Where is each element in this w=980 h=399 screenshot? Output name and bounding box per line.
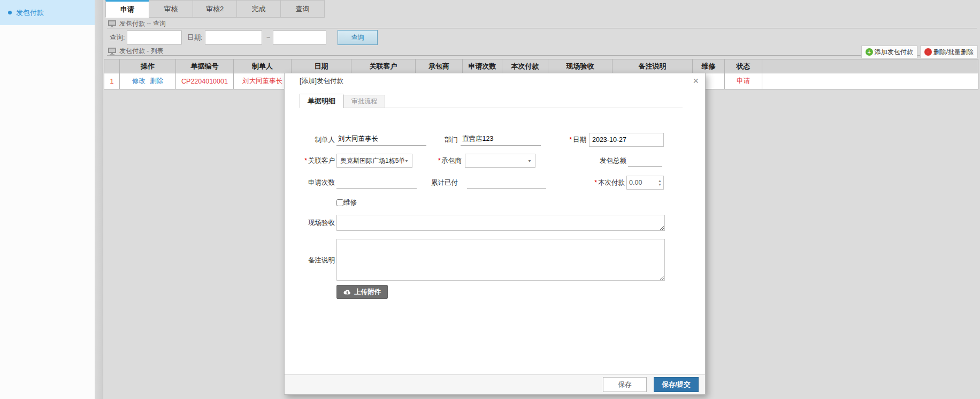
- delete-link[interactable]: 删除: [150, 77, 163, 85]
- dialog-form: 制单人 部门 *日期 *关联客户 奥克斯国际广场1栋5单 ▼ *承包商 ▼: [285, 133, 705, 299]
- monitor-icon: [108, 20, 116, 27]
- dialog-footer: 保存 保存/提交: [285, 374, 705, 394]
- close-icon[interactable]: ×: [693, 76, 699, 86]
- spinner-down-icon[interactable]: ▼: [658, 183, 662, 186]
- date-field[interactable]: [589, 133, 664, 147]
- app-window: 发包付款 申请 审核 审核2 完成 查询 发包付款 -- 查询 查询: 日期: …: [0, 0, 980, 399]
- col-extra: [762, 59, 978, 73]
- customer-label: *关联客户: [285, 154, 335, 168]
- remark-textarea[interactable]: [336, 239, 665, 281]
- spinner-up-icon[interactable]: ▲: [658, 179, 662, 183]
- add-payment-label: 添加发包付款: [875, 48, 913, 57]
- col-customer: 关联客户: [351, 59, 416, 73]
- total-label: 发包总额: [576, 154, 626, 168]
- add-payment-button[interactable]: + 添加发包付款: [861, 46, 917, 58]
- list-section-title-text: 发包付款 - 列表: [119, 47, 164, 56]
- sidebar: 发包付款: [0, 0, 95, 399]
- monitor-icon: [108, 48, 116, 55]
- acceptance-textarea[interactable]: [336, 215, 665, 231]
- tab-approval-flow[interactable]: 审批流程: [343, 95, 385, 108]
- col-contractor: 承包商: [416, 59, 463, 73]
- row-operation: 修改删除: [120, 73, 176, 89]
- col-creator: 制单人: [234, 59, 292, 73]
- date-from-input[interactable]: [205, 31, 262, 44]
- date-range-tilde: ~: [266, 31, 270, 44]
- tab-query[interactable]: 查询: [281, 0, 325, 18]
- contractor-select[interactable]: ▼: [465, 154, 535, 168]
- row-index: 1: [104, 73, 120, 89]
- query-section-title-text: 发包付款 -- 查询: [119, 19, 166, 28]
- row-status: 申请: [725, 73, 762, 89]
- contractor-label: *承包商: [411, 154, 462, 168]
- tab-apply[interactable]: 申请: [105, 0, 149, 18]
- col-doc-no: 单据编号: [176, 59, 234, 73]
- col-apply-count: 申请次数: [463, 59, 502, 73]
- customer-select[interactable]: 奥克斯国际广场1栋5单 ▼: [336, 154, 412, 168]
- divider: [107, 55, 977, 56]
- row-extra: [762, 73, 978, 89]
- customer-select-value: 奥克斯国际广场1栋5单: [340, 156, 404, 165]
- repair-checkbox-label: 维修: [343, 198, 357, 207]
- col-acceptance: 现场验收: [548, 59, 612, 73]
- dialog-header: [添加]发包付款 ×: [285, 73, 705, 88]
- col-status: 状态: [725, 59, 762, 73]
- delete-batch-label: 删除/批量删除: [933, 48, 974, 57]
- acceptance-label: 现场验收: [285, 214, 335, 231]
- repair-checkbox-row: 维修: [336, 198, 357, 207]
- tab-bar: 申请 审核 审核2 完成 查询: [105, 0, 325, 18]
- query-input[interactable]: [127, 31, 182, 44]
- total-field[interactable]: [628, 154, 662, 167]
- payment-label: *本次付款: [575, 176, 625, 190]
- save-button[interactable]: 保存: [603, 377, 647, 392]
- sidebar-item-label: 发包付款: [16, 8, 44, 18]
- sidebar-splitter[interactable]: [95, 0, 103, 399]
- divider: [107, 28, 977, 28]
- list-actions: + 添加发包付款 × 删除/批量删除: [861, 46, 978, 58]
- tab-review2[interactable]: 审核2: [193, 0, 237, 18]
- chevron-down-icon: ▼: [404, 159, 409, 163]
- paid-label: 累计已付: [408, 176, 458, 190]
- tab-complete[interactable]: 完成: [237, 0, 281, 18]
- add-payment-dialog: [添加]发包付款 × 单据明细 审批流程 制单人 部门 *日期 *关联客户 奥克…: [284, 73, 706, 395]
- col-index: [104, 59, 120, 73]
- row-creator: 刘大同董事长: [234, 73, 292, 89]
- sidebar-item-contract-payment[interactable]: 发包付款: [0, 0, 95, 25]
- chevron-down-icon: ▼: [527, 159, 532, 163]
- date-to-input[interactable]: [273, 31, 326, 44]
- apply-count-field[interactable]: [336, 176, 417, 189]
- list-section-title: 发包付款 - 列表: [108, 47, 164, 56]
- remark-label: 备注说明: [285, 239, 335, 282]
- date-label: 日期:: [187, 31, 202, 44]
- col-repair: 维修: [693, 59, 725, 73]
- search-button[interactable]: 查询: [338, 30, 378, 45]
- dialog-title: [添加]发包付款: [300, 77, 343, 86]
- department-field[interactable]: [461, 133, 541, 146]
- row-doc-no: CP2204010001: [176, 73, 234, 89]
- department-label: 部门: [408, 133, 458, 147]
- save-submit-button[interactable]: 保存/提交: [654, 377, 699, 392]
- upload-attachment-label: 上传附件: [354, 288, 381, 297]
- table-header-row: 操作 单据编号 制单人 日期 关联客户 承包商 申请次数 本次付款 现场验收 备…: [104, 59, 978, 73]
- repair-checkbox[interactable]: [336, 199, 343, 206]
- cloud-upload-icon: [343, 289, 351, 295]
- plus-circle-icon: +: [866, 48, 873, 56]
- col-operation: 操作: [120, 59, 176, 73]
- col-payment: 本次付款: [502, 59, 548, 73]
- payment-spinner: ▲ ▼: [626, 176, 664, 190]
- col-date: 日期: [292, 59, 351, 73]
- date-label: *日期: [536, 133, 586, 147]
- creator-label: 制单人: [285, 133, 335, 147]
- payment-field[interactable]: [627, 176, 658, 189]
- upload-attachment-button[interactable]: 上传附件: [336, 285, 388, 299]
- edit-link[interactable]: 修改: [132, 77, 146, 85]
- tab-detail[interactable]: 单据明细: [300, 94, 343, 108]
- bullet-icon: [8, 11, 12, 14]
- delete-batch-button[interactable]: × 删除/批量删除: [920, 46, 978, 58]
- dialog-tab-bar: 单据明细 审批流程: [300, 94, 683, 108]
- cross-circle-icon: ×: [924, 48, 932, 56]
- query-section-title: 发包付款 -- 查询: [108, 19, 166, 28]
- col-remark: 备注说明: [612, 59, 693, 73]
- query-label: 查询:: [110, 31, 125, 44]
- paid-field[interactable]: [467, 176, 546, 189]
- tab-review[interactable]: 审核: [149, 0, 193, 18]
